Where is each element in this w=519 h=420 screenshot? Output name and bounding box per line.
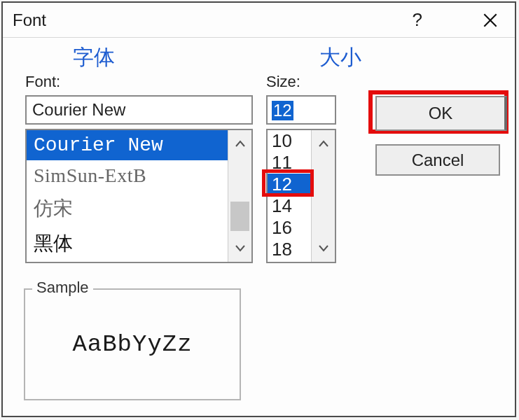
titlebar: Font ? <box>3 3 515 38</box>
size-listbox[interactable]: 101112141618 <box>266 129 336 263</box>
scroll-thumb[interactable] <box>230 202 249 231</box>
size-list-item[interactable]: 11 <box>268 152 311 174</box>
scroll-track[interactable] <box>312 157 335 235</box>
font-list-item[interactable]: 仿宋 <box>27 191 228 226</box>
font-list-items: Courier NewSimSun-ExtB仿宋黑体 <box>27 130 228 262</box>
size-list-scrollbar[interactable] <box>311 130 335 262</box>
sample-group: Sample AaBbYyZz <box>24 288 241 400</box>
sample-text: AaBbYyZz <box>25 331 240 358</box>
highlight-ok-button: OK <box>368 90 508 134</box>
scroll-down-icon[interactable] <box>312 235 335 262</box>
font-name-input[interactable] <box>25 95 253 125</box>
size-list-item[interactable]: 14 <box>268 195 311 217</box>
scroll-track[interactable] <box>228 157 251 235</box>
scroll-down-icon[interactable] <box>228 235 251 262</box>
cancel-button-label: Cancel <box>412 150 464 170</box>
font-list-scrollbar[interactable] <box>228 130 251 262</box>
help-icon[interactable]: ? <box>413 9 422 31</box>
font-list-item[interactable]: 黑体 <box>27 226 228 261</box>
dialog-title: Font <box>13 10 413 30</box>
annotation-font: 字体 <box>73 43 115 72</box>
size-input[interactable]: 12 <box>266 95 336 125</box>
size-list-item[interactable]: 18 <box>268 239 311 260</box>
sample-legend: Sample <box>32 279 93 297</box>
size-list-item[interactable]: 12 <box>268 174 311 195</box>
font-list-item[interactable]: Courier New <box>27 130 228 160</box>
font-list-item[interactable]: SimSun-ExtB <box>27 160 228 191</box>
size-list-item[interactable]: 10 <box>268 130 311 152</box>
label-size: Size: <box>266 73 300 91</box>
font-listbox[interactable]: Courier NewSimSun-ExtB仿宋黑体 <box>25 129 253 263</box>
scroll-up-icon[interactable] <box>228 130 251 157</box>
annotation-size: 大小 <box>319 43 361 72</box>
dialog-body: 字体 大小 Font: Size: 12 Courier NewSimSun-E… <box>3 38 515 416</box>
size-list-item[interactable]: 16 <box>268 217 311 239</box>
ok-button[interactable]: OK <box>375 96 507 131</box>
scroll-up-icon[interactable] <box>312 130 335 157</box>
close-icon[interactable] <box>478 8 502 32</box>
label-font: Font: <box>25 73 60 91</box>
font-dialog: Font ? 字体 大小 Font: Size: 12 Courier NewS… <box>1 1 516 417</box>
size-input-value: 12 <box>272 101 293 120</box>
ok-button-label: OK <box>429 104 453 123</box>
cancel-button[interactable]: Cancel <box>375 144 500 176</box>
size-list-items: 101112141618 <box>268 130 311 262</box>
